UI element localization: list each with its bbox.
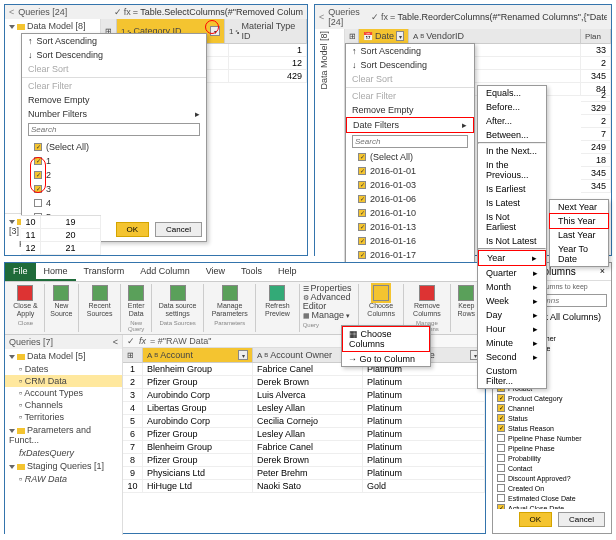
col-account[interactable]: AB Account▾ [143,348,253,362]
cancel-button[interactable]: Cancel [155,222,202,237]
nav-folder[interactable]: Data Model [8] [5,19,100,33]
close-icon[interactable]: × [600,266,605,277]
year-item[interactable]: Last Year [550,228,608,242]
params-button[interactable]: Manage ParametersParameters [204,284,256,332]
search-input[interactable] [352,135,468,148]
nav-raw-data[interactable]: ▫ RAW Data [5,473,122,485]
filter-item[interactable]: Day▸ [478,308,546,322]
sort-desc[interactable]: ↓ Sort Descending [346,58,474,72]
remove-empty[interactable]: Remove Empty [346,103,474,117]
date-item[interactable]: 2016-01-17 [352,248,468,262]
column-item[interactable]: Channel [497,403,607,413]
nav-dates[interactable]: ▫ Dates [5,363,122,375]
filter-item[interactable]: Year▸ [478,250,546,266]
date-item[interactable]: 2016-01-16 [352,234,468,248]
filter-item[interactable]: Before... [478,100,546,114]
column-item[interactable]: Status [497,413,607,423]
choose-columns-item[interactable]: ▦ Choose Columns [342,326,430,352]
date-item[interactable]: 2016-01-01 [352,164,468,178]
close-apply-button[interactable]: Close & ApplyClose [7,284,45,332]
filter-item[interactable]: After... [478,114,546,128]
column-item[interactable]: Probability [497,453,607,463]
column-item[interactable]: Pipeline Phase [497,443,607,453]
table-row[interactable]: 9Physicians LtdPeter BrehmPlatinum [123,467,485,480]
year-item[interactable]: Year To Date [550,242,608,266]
recent-sources-button[interactable]: Recent Sources [79,284,121,332]
table-row[interactable]: 10HiHuge LtdNaoki SatoGold [123,480,485,493]
filter-item[interactable]: Is Not Latest [478,234,546,248]
sort-desc[interactable]: ↓ Sort Descending [22,48,206,62]
column-item[interactable]: Discount Approved? [497,473,607,483]
date-filters[interactable]: Date Filters▸ [346,117,474,133]
nav-crm-data[interactable]: ▫ CRM Data [5,375,122,387]
table-row[interactable]: 5Aurobindo CorpCecilia CornejoPlatinum [123,415,485,428]
filter-item[interactable]: Hour▸ [478,322,546,336]
remove-empty[interactable]: Remove Empty [22,93,206,107]
item-4[interactable]: 4 [28,196,200,210]
tab-add[interactable]: Add Column [132,263,198,281]
column-item[interactable]: Pipeline Phase Number [497,433,607,443]
table-row[interactable]: 3Aurobindo CorpLuis AlvercaPlatinum [123,389,485,402]
tab-file[interactable]: File [5,263,36,281]
nav-fxdates[interactable]: fxDatesQuery [5,447,122,459]
nav-channels[interactable]: ▫ Channels [5,399,122,411]
col-material[interactable]: 1²₃ Material Type ID [225,19,307,43]
select-all[interactable]: (Select All) [28,140,200,154]
filter-item[interactable]: Week▸ [478,294,546,308]
collapse-icon[interactable]: < [9,7,14,17]
filter-item[interactable]: Is Not Earliest [478,210,546,234]
select-all[interactable]: (Select All) [352,150,468,164]
filter-item[interactable]: Is Earliest [478,182,546,196]
item-2[interactable]: 2 [28,168,200,182]
tab-help[interactable]: Help [270,263,305,281]
col-plan[interactable]: Plan [581,29,611,43]
table-row[interactable]: 6Pfizer GroupLesley AllanPlatinum [123,428,485,441]
tab-home[interactable]: Home [36,263,76,281]
table-row[interactable]: 2Pfizer GroupDerek BrownPlatinum [123,376,485,389]
filter-item[interactable]: Between... [478,128,546,142]
filter-item[interactable]: Is Latest [478,196,546,210]
filter-item[interactable]: In the Next... [478,144,546,158]
column-item[interactable]: Estimated Close Date [497,493,607,503]
item-1[interactable]: 1 [28,154,200,168]
sort-asc[interactable]: ↑ Sort Ascending [22,34,206,48]
clear-filter[interactable]: Clear Filter [346,89,474,103]
nav-params[interactable]: Parameters and Funct... [5,423,122,447]
refresh-button[interactable]: Refresh Preview [256,284,299,332]
filter-item[interactable]: Custom Filter... [478,364,546,388]
filter-item[interactable]: Minute▸ [478,336,546,350]
formula-text[interactable]: = #"RAW Data" [150,336,211,346]
enter-data-button[interactable]: Enter DataNew Query [121,284,152,332]
filter-item[interactable]: Equals... [478,86,546,100]
tab-tools[interactable]: Tools [233,263,270,281]
year-item[interactable]: This Year [549,213,609,229]
nav-account-types[interactable]: ▫ Account Types [5,387,122,399]
year-item[interactable]: Next Year [550,200,608,214]
clear-sort[interactable]: Clear Sort [346,72,474,86]
table-row[interactable]: 4Libertas GroupLesley AllanPlatinum [123,402,485,415]
tab-transform[interactable]: Transform [76,263,133,281]
ok-button[interactable]: OK [519,512,553,527]
filter-item[interactable]: Second▸ [478,350,546,364]
filter-item[interactable]: Month▸ [478,280,546,294]
clear-filter[interactable]: Clear Filter [22,79,206,93]
nav-folder[interactable]: Data Model [8] [315,29,333,92]
column-item[interactable]: Created On [497,483,607,493]
number-filters[interactable]: Number Filters▸ [22,107,206,121]
go-to-column-item[interactable]: → Go to Column [342,352,430,366]
sort-asc[interactable]: ↑ Sort Ascending [346,44,474,58]
check-icon[interactable]: ✓ [127,336,135,346]
dss-button[interactable]: Data source settingsData Sources [152,284,204,332]
search-input[interactable] [28,123,200,136]
col-vendor[interactable]: AB VendorID [409,29,581,43]
date-item[interactable]: 2016-01-13 [352,220,468,234]
column-item[interactable]: Product Category [497,393,607,403]
collapse-icon[interactable]: < [319,12,324,22]
date-item[interactable]: 2016-01-06 [352,192,468,206]
filter-item[interactable]: In the Previous... [478,158,546,182]
table-row[interactable]: 8Pfizer GroupDerek BrownPlatinum [123,454,485,467]
cancel-button[interactable]: Cancel [558,512,605,527]
ok-button[interactable]: OK [116,222,150,237]
clear-sort[interactable]: Clear Sort [22,62,206,76]
nav-staging[interactable]: Staging Queries [1] [5,459,122,473]
